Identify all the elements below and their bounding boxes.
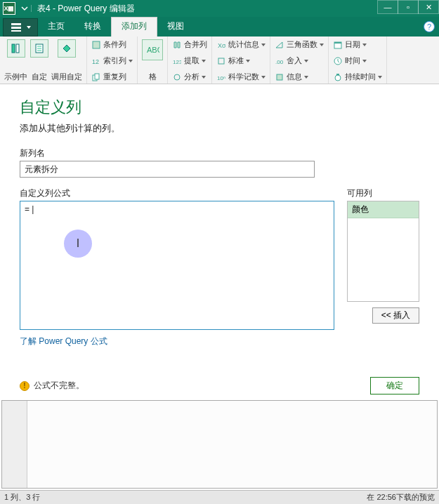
dialog-subtitle: 添加从其他列计算的列。 [20,122,419,135]
text-cursor-icon: I [64,230,92,258]
svg-text:Xσ: Xσ [218,42,225,49]
svg-rect-4 [16,44,19,53]
round-icon: .00 [275,57,284,65]
conditional-column-button[interactable]: 条件列 [91,39,133,50]
ribbon: 示例中 自定 调用自定 条件列 12索引列 重复列 ABC 格 合并列 123提… [0,37,439,84]
custom-column-dialog: 自定义列 添加从其他列计算的列。 新列名 自定义列公式 = | I 了解 Pow… [0,84,439,418]
title-bar: X▦ 表4 - Power Query 编辑器 — ▫ ✕ [0,0,439,17]
available-columns-label: 可用列 [347,187,419,199]
trig-button[interactable]: 三角函数 [275,39,324,50]
available-columns-list[interactable]: 颜色 [347,201,419,302]
svg-rect-17 [277,74,282,80]
scientific-button[interactable]: 10ⁿ科学记数 [216,72,266,82]
maximize-button[interactable]: ▫ [398,0,419,14]
chevron-down-icon [21,5,28,12]
invoke-custom-icon[interactable] [58,39,76,58]
chevron-down-icon [27,26,31,29]
insert-button[interactable]: << 插入 [372,307,419,324]
parse-button[interactable]: 分析 [172,72,207,82]
custom-column-icon[interactable] [30,39,48,58]
column-from-examples-icon[interactable] [7,39,25,58]
svg-rect-19 [334,42,341,44]
chevron-down-icon [202,76,206,79]
stats-icon: Xσ [217,41,225,49]
ribbon-group-number: Xσ统计信息 标准 10ⁿ科学记数 [212,37,270,84]
ribbon-group-columns: 示例中 自定 调用自定 [0,37,87,84]
available-column-item[interactable]: 颜色 [348,201,419,218]
help-button[interactable]: ? [424,21,435,32]
formula-textarea[interactable]: = | I [20,201,334,330]
quick-access [18,5,32,12]
custom-column-label: 自定 [30,72,48,82]
duration-icon [334,73,342,81]
column-from-examples-label: 示例中 [4,72,27,82]
extract-icon: 123 [173,57,181,65]
status-right: 在 22:56下载的预览 [367,492,435,503]
tab-add-column[interactable]: 添加列 [111,17,157,37]
tab-home[interactable]: 主页 [38,18,74,37]
chevron-down-icon [129,60,133,62]
formula-value: = | [25,204,34,214]
ribbon-group-trig: 三角函数 .00舍入 信息 [270,37,329,84]
time-button[interactable]: 时间 [333,55,382,66]
svg-rect-1 [11,27,21,29]
conditional-icon [92,41,100,49]
information-button[interactable]: 信息 [275,72,324,82]
duration-button[interactable]: 持续时间 [333,72,382,82]
excel-app-icon: X▦ [3,2,15,15]
svg-text:12: 12 [92,58,99,65]
minimize-button[interactable]: — [377,0,398,14]
duplicate-icon [92,73,100,81]
preview-gutter [2,401,27,488]
chevron-down-icon [304,76,308,79]
svg-text:10ⁿ: 10ⁿ [217,75,225,81]
merge-columns-button[interactable]: 合并列 [172,39,207,50]
chevron-down-icon [378,76,382,79]
svg-text:123: 123 [173,59,181,65]
format-icon[interactable]: ABC [142,39,163,60]
status-bar: 1 列、3 行 在 22:56下载的预览 [0,490,439,504]
statistics-button[interactable]: Xσ统计信息 [216,39,266,50]
ok-button[interactable]: 确定 [370,377,419,394]
chevron-down-icon [261,44,266,46]
rounding-button[interactable]: .00舍入 [275,55,324,66]
standard-icon [217,57,225,65]
tab-transform[interactable]: 转换 [74,18,111,37]
index-column-button[interactable]: 12索引列 [91,55,133,66]
svg-rect-0 [11,23,21,25]
ribbon-tabs: 主页 转换 添加列 视图 ? [0,17,439,37]
chevron-down-icon [202,60,206,62]
index-icon: 12 [92,57,100,65]
chevron-down-icon [261,76,266,79]
chevron-down-icon [320,44,324,46]
dialog-title: 自定义列 [20,97,419,118]
clock-icon [334,57,342,65]
tab-view[interactable]: 视图 [157,18,194,37]
warning-text: 公式不完整。 [34,380,84,392]
chevron-down-icon [246,60,250,62]
standard-button[interactable]: 标准 [216,55,266,66]
ribbon-group-cond: 条件列 12索引列 重复列 [87,37,138,84]
new-column-name-input[interactable] [20,161,315,178]
svg-rect-9 [95,74,99,79]
duplicate-column-button[interactable]: 重复列 [91,72,133,82]
ribbon-group-format: ABC 格 [138,37,168,84]
close-button[interactable]: ✕ [418,0,439,14]
chevron-down-icon [304,60,308,62]
ribbon-group-text: 合并列 123提取 分析 [168,37,212,84]
date-button[interactable]: 日期 [333,39,382,50]
formula-warning: ! 公式不完整。 [20,380,84,392]
extract-button[interactable]: 123提取 [172,55,207,66]
file-menu-button[interactable] [3,18,38,37]
formula-label: 自定义列公式 [20,187,334,199]
learn-formula-link[interactable]: 了解 Power Query 公式 [20,336,334,347]
menu-icon [11,22,25,32]
window-title: 表4 - Power Query 编辑器 [32,3,135,15]
svg-rect-2 [11,30,21,32]
warning-icon: ! [20,381,30,391]
data-preview-panel [1,400,438,489]
new-column-name-label: 新列名 [20,147,419,159]
svg-rect-22 [336,74,339,75]
invoke-custom-label: 调用自定 [51,72,82,82]
svg-rect-6 [93,41,100,48]
